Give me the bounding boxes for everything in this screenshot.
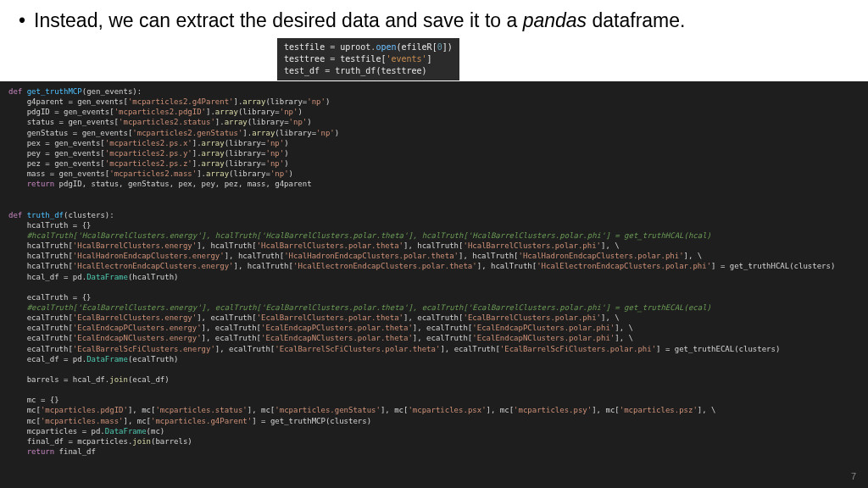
- bullet-pre: Instead, we can extract the desired data…: [34, 9, 523, 31]
- page-number: 7: [851, 471, 856, 481]
- bullet-post: dataframe.: [587, 9, 685, 31]
- code-snippet-small: testfile = uproot.open(efileR[0]) testtr…: [277, 38, 459, 80]
- bullet-point: Instead, we can extract the desired data…: [0, 0, 868, 38]
- code-block-main: def get_truthMCP(gen_events): g4parent =…: [0, 81, 868, 488]
- bullet-italic: pandas: [523, 9, 587, 31]
